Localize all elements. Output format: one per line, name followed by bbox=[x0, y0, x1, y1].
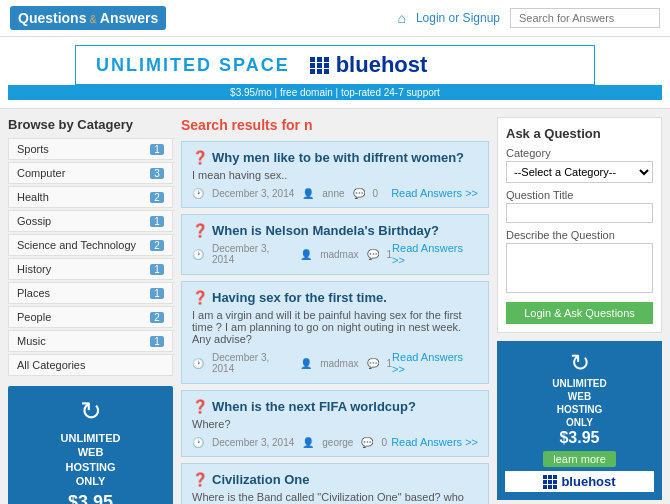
category-count: 3 bbox=[150, 168, 164, 179]
category-list: Sports1Computer3Health2Gossip1Science an… bbox=[8, 138, 173, 376]
reply-icon: 💬 bbox=[361, 437, 373, 448]
question-meta-left: 🕑 December 3, 2014 👤 george 💬 0 bbox=[192, 437, 387, 448]
question-icon: ❓ bbox=[192, 150, 208, 165]
question-excerpt: I mean having sex.. bbox=[192, 169, 478, 181]
category-item[interactable]: Gossip1 bbox=[8, 210, 173, 232]
question-title-input[interactable] bbox=[506, 203, 653, 223]
ad-price: $3.95 bbox=[18, 492, 163, 504]
banner-bluehost: bluehost bbox=[310, 52, 428, 78]
question-author: george bbox=[322, 437, 353, 448]
right-ad-bh-grid-icon bbox=[543, 475, 557, 489]
ask-title: Ask a Question bbox=[506, 126, 653, 141]
question-card: ❓When is Nelson Mandela's Birthday? 🕑 De… bbox=[181, 214, 489, 275]
question-meta: 🕑 December 3, 2014 👤 madmax 💬 1 Read Ans… bbox=[192, 242, 478, 266]
sidebar-right: Ask a Question Category --Select a Categ… bbox=[497, 117, 662, 504]
category-select[interactable]: --Select a Category-- bbox=[506, 161, 653, 183]
sidebar-title: Browse by Catagery bbox=[8, 117, 173, 132]
category-count: 1 bbox=[150, 216, 164, 227]
question-date: December 3, 2014 bbox=[212, 437, 294, 448]
question-meta: 🕑 December 3, 2014 👤 anne 💬 0 Read Answe… bbox=[192, 187, 478, 199]
category-item[interactable]: History1 bbox=[8, 258, 173, 280]
center-content: Search results for n ❓Why men like to be… bbox=[173, 117, 497, 504]
read-answers-link[interactable]: Read Answers >> bbox=[392, 242, 478, 266]
question-icon: ❓ bbox=[192, 472, 208, 487]
home-icon[interactable]: ⌂ bbox=[397, 10, 405, 26]
search-input[interactable] bbox=[510, 8, 660, 28]
read-answers-link[interactable]: Read Answers >> bbox=[391, 436, 478, 448]
category-name: Music bbox=[17, 335, 46, 347]
main-layout: Browse by Catagery Sports1Computer3Healt… bbox=[0, 109, 670, 504]
question-title[interactable]: ❓Having sex for the first time. bbox=[192, 290, 478, 305]
logo: Questions & Answers bbox=[10, 6, 166, 30]
right-ad: ↻ UNLIMITED WEB HOSTING ONLY $3.95 learn… bbox=[497, 341, 662, 500]
question-author: anne bbox=[322, 188, 344, 199]
question-title[interactable]: ❓When is Nelson Mandela's Birthday? bbox=[192, 223, 478, 238]
category-count: 2 bbox=[150, 312, 164, 323]
right-ad-learn-button[interactable]: learn more bbox=[543, 451, 616, 467]
question-icon: ❓ bbox=[192, 223, 208, 238]
right-ad-title: UNLIMITED WEB HOSTING ONLY bbox=[505, 377, 654, 429]
category-name: Sports bbox=[17, 143, 49, 155]
category-item[interactable]: Health2 bbox=[8, 186, 173, 208]
user-icon: 👤 bbox=[300, 249, 312, 260]
login-link[interactable]: Login or Signup bbox=[416, 11, 500, 25]
question-icon: ❓ bbox=[192, 290, 208, 305]
category-count: 1 bbox=[150, 144, 164, 155]
question-icon: ❓ bbox=[192, 399, 208, 414]
sidebar-ad: ↻ UNLIMITED WEB HOSTING ONLY $3.95 learn… bbox=[8, 386, 173, 504]
category-label: Category bbox=[506, 147, 653, 159]
ad-circle-icon: ↻ bbox=[18, 396, 163, 427]
banner-inner: UNLIMITED SPACE bluehost bbox=[75, 45, 595, 85]
read-answers-link[interactable]: Read Answers >> bbox=[391, 187, 478, 199]
category-name: Health bbox=[17, 191, 49, 203]
question-title[interactable]: ❓Why men like to be with diffrent women? bbox=[192, 150, 478, 165]
category-item[interactable]: Science and Technology2 bbox=[8, 234, 173, 256]
category-item[interactable]: Places1 bbox=[8, 282, 173, 304]
describe-textarea[interactable] bbox=[506, 243, 653, 293]
question-author: madmax bbox=[320, 358, 358, 369]
banner-sub: $3.95/mo | free domain | top-rated 24-7 … bbox=[8, 85, 662, 100]
clock-icon: 🕑 bbox=[192, 188, 204, 199]
user-icon: 👤 bbox=[302, 437, 314, 448]
question-meta: 🕑 December 3, 2014 👤 madmax 💬 1 Read Ans… bbox=[192, 351, 478, 375]
sidebar-left: Browse by Catagery Sports1Computer3Healt… bbox=[8, 117, 173, 504]
question-excerpt: I am a virgin and will it be painful hav… bbox=[192, 309, 478, 345]
category-item[interactable]: Computer3 bbox=[8, 162, 173, 184]
category-item[interactable]: Sports1 bbox=[8, 138, 173, 160]
question-title-label: Question Title bbox=[506, 189, 653, 201]
ask-button[interactable]: Login & Ask Questions bbox=[506, 302, 653, 324]
category-name: Science and Technology bbox=[17, 239, 136, 251]
category-count: 1 bbox=[150, 288, 164, 299]
right-ad-bh-row: bluehost bbox=[505, 471, 654, 492]
category-name: History bbox=[17, 263, 51, 275]
question-title[interactable]: ❓Civilization One bbox=[192, 472, 478, 487]
category-name: People bbox=[17, 311, 51, 323]
category-item[interactable]: All Categories bbox=[8, 354, 173, 376]
question-author: madmax bbox=[320, 249, 358, 260]
logo-answers: Answers bbox=[100, 10, 158, 26]
header: Questions & Answers ⌂ Login or Signup bbox=[0, 0, 670, 37]
ad-title: UNLIMITED WEB HOSTING ONLY bbox=[18, 431, 163, 488]
question-replies: 0 bbox=[373, 188, 379, 199]
question-title[interactable]: ❓When is the next FIFA worldcup? bbox=[192, 399, 478, 414]
header-right: ⌂ Login or Signup bbox=[397, 8, 660, 28]
question-card: ❓Having sex for the first time. I am a v… bbox=[181, 281, 489, 384]
logo-and: & bbox=[90, 14, 97, 25]
category-item[interactable]: Music1 bbox=[8, 330, 173, 352]
right-ad-price: $3.95 bbox=[505, 429, 654, 447]
category-count: 2 bbox=[150, 240, 164, 251]
question-meta: 🕑 December 3, 2014 👤 george 💬 0 Read Ans… bbox=[192, 436, 478, 448]
reply-icon: 💬 bbox=[353, 188, 365, 199]
clock-icon: 🕑 bbox=[192, 437, 204, 448]
category-count: 1 bbox=[150, 264, 164, 275]
question-card: ❓Why men like to be with diffrent women?… bbox=[181, 141, 489, 208]
question-card: ❓When is the next FIFA worldcup? Where? … bbox=[181, 390, 489, 457]
category-item[interactable]: People2 bbox=[8, 306, 173, 328]
read-answers-link[interactable]: Read Answers >> bbox=[392, 351, 478, 375]
category-name: Gossip bbox=[17, 215, 51, 227]
bluehost-text: bluehost bbox=[336, 52, 428, 78]
question-card: ❓Civilization One Where is the Band call… bbox=[181, 463, 489, 504]
user-icon: 👤 bbox=[300, 358, 312, 369]
describe-label: Describe the Question bbox=[506, 229, 653, 241]
clock-icon: 🕑 bbox=[192, 358, 204, 369]
